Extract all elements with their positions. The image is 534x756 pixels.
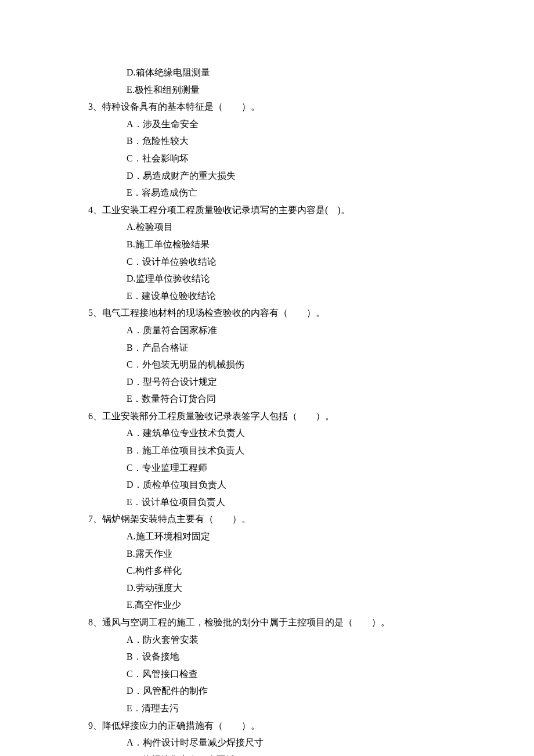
question-5: 5、电气工程接地材料的现场检查验收的内容有（ ）。 A．质量符合国家标准 B．产… bbox=[88, 304, 446, 408]
option-item: D．质检单位项目负责人 bbox=[88, 476, 446, 494]
option-item: D.箱体绝缘电阻测量 bbox=[88, 64, 446, 81]
document-content: D.箱体绝缘电阻测量 E.极性和组别测量 3、特种设备具有的基本特征是（ ）。 … bbox=[88, 64, 446, 756]
question-7: 7、锅炉钢架安装特点主要有（ ）。 A.施工环境相对固定 B.露天作业 C.构件… bbox=[88, 510, 446, 614]
option-item: C．专业监理工程师 bbox=[88, 459, 446, 477]
option-item: D．风管配件的制作 bbox=[88, 682, 446, 700]
option-item: C．设计单位验收结论 bbox=[88, 253, 446, 271]
option-item: A．防火套管安装 bbox=[88, 631, 446, 649]
option-item: C．风管接口检查 bbox=[88, 665, 446, 683]
option-item: D.监理单位验收结论 bbox=[88, 270, 446, 287]
option-item: B．设备接地 bbox=[88, 648, 446, 665]
option-item: C．社会影响坏 bbox=[88, 150, 446, 167]
question-text: 6、工业安装部分工程质量验收记录表签字人包括（ ）。 bbox=[88, 408, 446, 425]
option-item: A．建筑单位专业技术负责人 bbox=[88, 424, 446, 442]
option-item: E．建设单位验收结论 bbox=[88, 287, 446, 305]
question-4: 4、工业安装工程分项工程质量验收记录填写的主要内容是( )。 A.检验项目 B.… bbox=[88, 201, 446, 305]
question-text: 5、电气工程接地材料的现场检查验收的内容有（ ）。 bbox=[88, 304, 446, 322]
option-item: D.劳动强度大 bbox=[88, 579, 446, 597]
option-item: B．产品合格证 bbox=[88, 339, 446, 357]
option-item: E.高空作业少 bbox=[88, 596, 446, 614]
option-item: E．容易造成伤亡 bbox=[88, 184, 446, 201]
option-item: E．清理去污 bbox=[88, 700, 446, 717]
option-item: C.构件多样化 bbox=[88, 562, 446, 579]
question-text: 3、特种设备具有的基本特征是（ ）。 bbox=[88, 98, 446, 116]
option-item: C．外包装无明显的机械损伤 bbox=[88, 356, 446, 373]
option-item: B.露天作业 bbox=[88, 545, 446, 563]
question-8: 8、通风与空调工程的施工，检验批的划分中属于主控项目的是（ ）。 A．防火套管安… bbox=[88, 614, 446, 717]
option-item: E．设计单位项目负责人 bbox=[88, 494, 446, 511]
option-item: B．危险性较大 bbox=[88, 132, 446, 150]
question-text: 9、降低焊接应力的正确措施有（ ）。 bbox=[88, 717, 446, 735]
question-9: 9、降低焊接应力的正确措施有（ ）。 A．构件设计时尽量减少焊接尺寸 B．将焊接… bbox=[88, 717, 446, 756]
question-text: 8、通风与空调工程的施工，检验批的划分中属于主控项目的是（ ）。 bbox=[88, 614, 446, 631]
option-item: B．将焊接集中在一个区域 bbox=[88, 751, 446, 756]
option-item: A．构件设计时尽量减少焊接尺寸 bbox=[88, 734, 446, 751]
option-item: A.检验项目 bbox=[88, 218, 446, 236]
option-item: E.极性和组别测量 bbox=[88, 81, 446, 99]
question-text: 4、工业安装工程分项工程质量验收记录填写的主要内容是( )。 bbox=[88, 201, 446, 219]
option-item: B．施工单位项目技术负责人 bbox=[88, 442, 446, 459]
question-3: 3、特种设备具有的基本特征是（ ）。 A．涉及生命安全 B．危险性较大 C．社会… bbox=[88, 98, 446, 201]
option-item: B.施工单位检验结果 bbox=[88, 236, 446, 253]
option-item: A．质量符合国家标准 bbox=[88, 322, 446, 339]
question-6: 6、工业安装部分工程质量验收记录表签字人包括（ ）。 A．建筑单位专业技术负责人… bbox=[88, 408, 446, 511]
question-text: 7、锅炉钢架安装特点主要有（ ）。 bbox=[88, 510, 446, 528]
option-item: A.施工环境相对固定 bbox=[88, 528, 446, 545]
option-item: A．涉及生命安全 bbox=[88, 116, 446, 133]
option-item: E．数量符合订货合同 bbox=[88, 390, 446, 408]
option-item: D．型号符合设计规定 bbox=[88, 373, 446, 391]
option-item: D．易造成财产的重大损失 bbox=[88, 167, 446, 185]
